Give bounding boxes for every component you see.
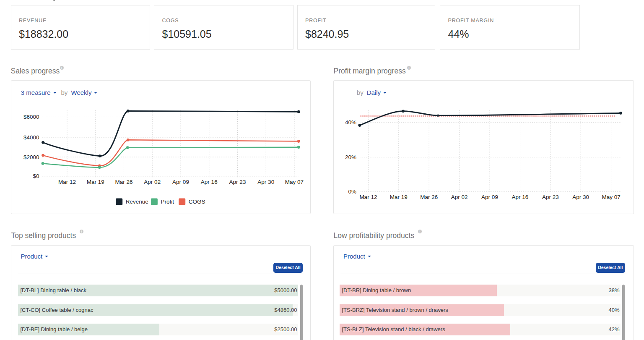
- svg-text:Mar 19: Mar 19: [86, 179, 104, 185]
- svg-text:Apr 30: Apr 30: [257, 179, 274, 185]
- svg-text:Apr 09: Apr 09: [172, 179, 189, 185]
- svg-text:20%: 20%: [345, 154, 356, 160]
- svg-text:Mar 26: Mar 26: [420, 194, 438, 200]
- svg-text:Apr 16: Apr 16: [200, 179, 217, 185]
- svg-text:40%: 40%: [345, 119, 356, 126]
- svg-text:Apr 09: Apr 09: [481, 194, 498, 200]
- svg-text:Profit: Profit: [161, 199, 174, 205]
- svg-text:Mar 26: Mar 26: [115, 179, 132, 185]
- svg-text:Apr 02: Apr 02: [451, 194, 468, 200]
- svg-text:Apr 02: Apr 02: [144, 179, 161, 185]
- svg-text:Apr 23: Apr 23: [542, 194, 559, 200]
- svg-text:$2000: $2000: [23, 154, 39, 160]
- svg-text:Apr 23: Apr 23: [229, 179, 246, 185]
- svg-text:0%: 0%: [348, 188, 356, 195]
- svg-text:Mar 12: Mar 12: [359, 194, 377, 200]
- svg-text:Apr 16: Apr 16: [512, 194, 529, 200]
- svg-text:May 07: May 07: [602, 194, 620, 200]
- svg-text:Mar 19: Mar 19: [390, 194, 408, 200]
- svg-text:$4000: $4000: [23, 134, 39, 141]
- svg-text:Mar 12: Mar 12: [58, 179, 75, 185]
- svg-text:COGS: COGS: [188, 199, 205, 205]
- svg-text:$0: $0: [33, 173, 39, 179]
- svg-text:$6000: $6000: [23, 114, 39, 120]
- svg-text:May 07: May 07: [285, 179, 303, 185]
- svg-text:Apr 30: Apr 30: [572, 194, 589, 200]
- svg-text:Revenue: Revenue: [125, 199, 148, 205]
